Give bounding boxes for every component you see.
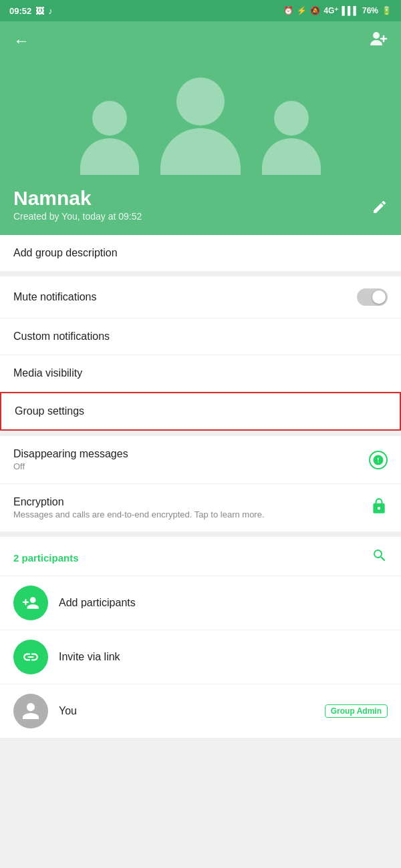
person-center-body <box>160 128 241 175</box>
participants-count: 2 participants <box>13 552 79 564</box>
custom-notifications-item[interactable]: Custom notifications <box>0 318 401 355</box>
admin-badge: Group Admin <box>325 704 388 718</box>
mute-notifications-label: Mute notifications <box>13 291 97 303</box>
edit-button[interactable] <box>372 199 388 222</box>
you-participant-item[interactable]: You Group Admin <box>0 684 401 738</box>
invite-via-link-item[interactable]: Invite via link <box>0 630 401 684</box>
add-participants-avatar <box>13 586 48 620</box>
music-icon: ♪ <box>48 6 53 16</box>
invite-link-label: Invite via link <box>59 651 388 663</box>
media-visibility-item[interactable]: Media visibility <box>0 355 401 392</box>
person-center-head <box>176 77 225 126</box>
invite-link-avatar <box>13 640 48 674</box>
edit-icon <box>372 199 388 215</box>
timer-icon <box>369 451 388 469</box>
encryption-label: Encryption <box>13 496 265 508</box>
section-notifications: Mute notifications Custom notifications … <box>0 276 401 431</box>
status-bar: 09:52 🖼 ♪ ⏰ ⚡ 🔕 4G⁺ ▌▌▌ 76% 🔋 <box>0 0 401 21</box>
hero-section: ← Namnak Created by You, to <box>0 21 401 235</box>
search-participants-button[interactable] <box>372 548 388 568</box>
status-left: 09:52 🖼 ♪ <box>9 6 53 16</box>
disappearing-messages-status: Off <box>13 461 128 471</box>
bluetooth-icon: ⚡ <box>297 6 307 15</box>
person-center <box>160 77 241 175</box>
encryption-item[interactable]: Encryption Messages and calls are end-to… <box>0 484 401 531</box>
add-description-item[interactable]: Add group description <box>0 235 401 271</box>
add-person-avatar-icon <box>22 594 39 612</box>
group-created-by: Created by You, today at 09:52 <box>13 211 142 222</box>
add-participants-info: Add participants <box>59 597 388 609</box>
search-icon <box>372 548 388 564</box>
link-icon <box>22 648 39 666</box>
group-settings-item[interactable]: Group settings <box>0 392 401 431</box>
add-participant-button[interactable] <box>369 29 388 52</box>
time: 09:52 <box>9 6 31 16</box>
back-button[interactable]: ← <box>13 33 29 49</box>
hero-text: Namnak Created by You, today at 09:52 <box>13 187 142 222</box>
group-illustration <box>13 59 388 175</box>
person-left-body <box>80 138 139 175</box>
mute-icon: 🔕 <box>310 6 320 15</box>
mute-notifications-item[interactable]: Mute notifications <box>0 276 401 318</box>
person-left <box>80 101 139 175</box>
add-participants-item[interactable]: Add participants <box>0 576 401 630</box>
status-right: ⏰ ⚡ 🔕 4G⁺ ▌▌▌ 76% 🔋 <box>283 6 392 15</box>
add-person-icon <box>369 29 388 48</box>
disappearing-messages-label: Disappearing messages <box>13 448 128 460</box>
battery-icon: 🔋 <box>382 6 392 15</box>
person-left-head <box>92 101 127 136</box>
lock-icon <box>370 497 388 519</box>
hero-top-bar: ← <box>13 29 388 52</box>
section-description: Add group description <box>0 235 401 271</box>
custom-notifications-label: Custom notifications <box>13 331 110 343</box>
person-right <box>262 101 321 175</box>
section-security: Disappearing messages Off Encryption Mes… <box>0 436 401 531</box>
mute-toggle[interactable] <box>357 288 388 306</box>
svg-point-0 <box>373 32 380 39</box>
hero-info: Namnak Created by You, today at 09:52 <box>13 187 388 222</box>
encryption-sublabel: Messages and calls are end-to-end encryp… <box>13 509 265 519</box>
disappearing-messages-text: Disappearing messages Off <box>13 448 128 471</box>
you-info: You <box>59 705 325 717</box>
photo-icon: 🖼 <box>35 6 44 16</box>
battery-text: 76% <box>362 6 378 15</box>
group-settings-label: Group settings <box>15 405 84 417</box>
invite-link-info: Invite via link <box>59 651 388 663</box>
section-participants: 2 participants Add participants Invite v… <box>0 537 401 738</box>
disappearing-messages-item[interactable]: Disappearing messages Off <box>0 436 401 484</box>
network-icon: 4G⁺ <box>323 6 338 15</box>
add-description-label: Add group description <box>13 247 118 259</box>
alarm-icon: ⏰ <box>283 6 293 15</box>
add-participants-label: Add participants <box>59 597 388 609</box>
encryption-text: Encryption Messages and calls are end-to… <box>13 496 265 519</box>
signal-icon: ▌▌▌ <box>342 6 359 15</box>
you-avatar <box>13 694 48 728</box>
person-right-head <box>274 101 309 136</box>
you-person-icon <box>21 701 41 721</box>
toggle-knob <box>372 290 386 304</box>
participants-header: 2 participants <box>0 537 401 576</box>
timer-svg <box>372 454 384 466</box>
person-right-body <box>262 138 321 175</box>
group-name: Namnak <box>13 187 142 209</box>
lock-svg <box>370 497 388 515</box>
you-label: You <box>59 705 325 717</box>
media-visibility-label: Media visibility <box>13 367 82 379</box>
